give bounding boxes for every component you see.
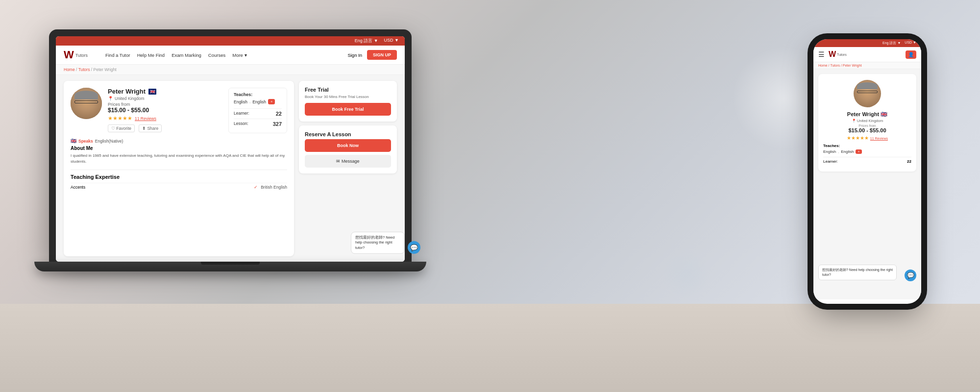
sidebar-cards: Free Trial Book Your 30 Mins Free Trial …	[299, 81, 397, 256]
trial-title: Free Trial	[305, 87, 391, 93]
mobile-logo-text: Tutors	[837, 53, 847, 56]
nav-exam[interactable]: Exam Marking	[172, 52, 201, 58]
mobile-avatar	[854, 80, 881, 107]
mobile-stars: ★★★★★ 11 Reviews	[823, 135, 911, 141]
mobile-teaches-label: Teaches:	[823, 144, 911, 148]
currency-selector[interactable]: USD ▼	[384, 38, 399, 44]
mobile-learner-row: Learner: 22	[823, 157, 911, 166]
laptop-screen: Eng 語言 ▼ USD ▼ W Tutors Find a Tutor Hel…	[56, 36, 405, 262]
mobile-nav: ☰ W Tutors 👤	[813, 47, 921, 62]
breadcrumb-current: Peter Wright	[94, 67, 117, 72]
teaches-tag-1: English	[234, 99, 247, 104]
breadcrumb-tutors[interactable]: Tutors	[78, 67, 90, 72]
mobile-price-label: Prices from	[823, 124, 911, 127]
mobile-device: Eng 語言 ▼ USD ▼ ☰ W Tutors 👤 Home / Tutor…	[813, 39, 921, 304]
chat-text: 想找最好的老師? Need help choosing the right tu…	[351, 232, 405, 254]
fav-share-row: ♡ Favorite ⬆ Share	[108, 124, 222, 132]
nav-find-tutor[interactable]: Find a Tutor	[105, 52, 130, 58]
accents-val: ✓ British English	[254, 185, 287, 190]
nav-actions: Sign In SIGN UP	[347, 50, 397, 60]
mobile-logo: W Tutors	[829, 50, 902, 59]
reviews-link[interactable]: 11 Reviews	[135, 116, 156, 121]
tutor-card: Peter Wright 🇬🇧 📍 United Kingdom Prices …	[64, 81, 294, 256]
mobile-chat-bubble: 想找最好的老師? Need help choosing the right tu…	[818, 265, 897, 280]
accents-row: Accents ✓ British English	[71, 183, 287, 191]
trial-subtitle: Book Your 30 Mins Free Trial Lesson	[305, 95, 391, 99]
teaches-label: Teaches:	[234, 92, 282, 97]
chat-bubble-laptop: 想找最好的老師? Need help choosing the right tu…	[351, 232, 405, 254]
avatar-glasses	[74, 100, 98, 103]
speaks-label: Speaks	[78, 139, 93, 144]
accents-label: Accents	[71, 185, 85, 190]
favorite-button[interactable]: ♡ Favorite	[108, 124, 135, 132]
mobile-screen: Eng 語言 ▼ USD ▼ ☰ W Tutors 👤 Home / Tutor…	[813, 39, 921, 304]
star-rating: ★★★★★	[108, 115, 132, 122]
logo-text: Tutors	[75, 53, 88, 58]
site-nav: W Tutors Find a Tutor Help Me Find Exam …	[56, 46, 405, 65]
expertise-title: Teaching Expertise	[71, 174, 287, 180]
mobile-frame: Eng 語言 ▼ USD ▼ ☰ W Tutors 👤 Home / Tutor…	[813, 39, 921, 304]
breadcrumb: Home / Tutors / Peter Wright	[56, 65, 405, 75]
teaches-tags: English , English +	[234, 99, 282, 104]
nav-help[interactable]: Help Me Find	[137, 52, 165, 58]
lang-selector[interactable]: Eng 語言 ▼	[355, 38, 378, 44]
mobile-logo-w: W	[829, 50, 836, 59]
mobile-currency[interactable]: USD ▼	[905, 41, 916, 46]
avatar-hair	[74, 91, 98, 99]
mobile-uk-flag: 🇬🇧	[881, 111, 887, 117]
nav-links: Find a Tutor Help Me Find Exam Marking C…	[105, 52, 338, 58]
lesson-count: 327	[273, 121, 282, 127]
about-title: About Me	[71, 146, 287, 151]
learner-stat: Learner: 22	[234, 108, 282, 119]
speaks-flag-icon: 🇬🇧	[71, 138, 76, 144]
teaches-tag-more[interactable]: +	[268, 99, 275, 104]
breadcrumb-home[interactable]: Home	[64, 67, 75, 72]
book-free-trial-button[interactable]: Book Free Trial	[305, 103, 391, 116]
learner-count: 22	[276, 111, 282, 117]
mobile-chat-button[interactable]: 💬	[905, 270, 916, 281]
tutor-price: Prices from $15.00 - $55.00	[108, 102, 222, 114]
nav-courses[interactable]: Courses	[208, 52, 225, 58]
tutor-name: Peter Wright	[108, 88, 146, 95]
reserve-title: Reserve A Lesson	[305, 131, 391, 137]
signup-button[interactable]: SIGN UP	[367, 50, 397, 60]
message-button[interactable]: ✉ Message	[305, 155, 391, 168]
uk-flag-icon: 🇬🇧	[148, 89, 156, 95]
laptop-base	[34, 262, 426, 271]
mobile-user-icon[interactable]: 👤	[906, 50, 916, 59]
floor-surface	[0, 304, 980, 392]
laptop-device: Eng 語言 ▼ USD ▼ W Tutors Find a Tutor Hel…	[49, 29, 426, 271]
mobile-price: $15.00 - $55.00	[823, 127, 911, 133]
logo-w: W	[64, 49, 74, 60]
mobile-learner-count: 22	[907, 159, 911, 164]
teaching-expertise: Teaching Expertise Accents ✓ British Eng…	[71, 170, 287, 191]
teaches-panel: Teaches: English , English + Learner: 22	[228, 88, 287, 133]
mobile-reviews-link[interactable]: 11 Reviews	[870, 137, 888, 140]
nav-more[interactable]: More ▾	[232, 52, 246, 58]
mobile-topbar: Eng 語言 ▼ USD ▼	[813, 39, 921, 47]
mobile-tag-1: English	[823, 149, 836, 154]
about-text: I qualified in 1985 and have extensive t…	[71, 153, 287, 165]
mobile-lang[interactable]: Eng 語言 ▼	[882, 41, 901, 46]
teaches-tag-2: English	[252, 99, 266, 104]
mobile-teaches-tags: English , English +	[823, 149, 911, 154]
reserve-card: Reserve A Lesson Book Now ✉ Message	[299, 125, 397, 173]
share-button[interactable]: ⬆ Share	[139, 124, 162, 132]
mobile-breadcrumb: Home / Tutors / Peter Wright	[813, 62, 921, 69]
book-now-button[interactable]: Book Now	[305, 139, 391, 152]
laptop-body: Eng 語言 ▼ USD ▼ W Tutors Find a Tutor Hel…	[49, 29, 412, 262]
tutor-info: Peter Wright 🇬🇧 📍 United Kingdom Prices …	[108, 88, 222, 133]
mobile-tag-more[interactable]: +	[856, 149, 861, 154]
hamburger-icon[interactable]: ☰	[818, 50, 825, 58]
signin-link[interactable]: Sign In	[347, 52, 362, 58]
tutor-location: 📍 United Kingdom	[108, 96, 222, 101]
site-topbar: Eng 語言 ▼ USD ▼	[56, 36, 405, 46]
tutor-avatar	[71, 88, 102, 119]
mobile-avatar-hair	[857, 82, 878, 89]
speaks-row: 🇬🇧 Speaks English(Native)	[71, 138, 287, 144]
tutor-header: Peter Wright 🇬🇧 📍 United Kingdom Prices …	[71, 88, 287, 133]
speaks-lang: English(Native)	[95, 139, 123, 144]
mobile-tutor-location: 📍 United Kingdom	[823, 119, 911, 123]
free-trial-card: Free Trial Book Your 30 Mins Free Trial …	[299, 81, 397, 122]
mobile-avatar-glasses	[857, 91, 878, 93]
